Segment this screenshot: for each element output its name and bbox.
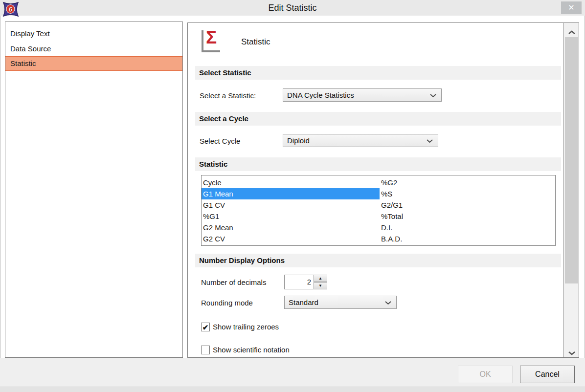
cancel-button[interactable]: Cancel xyxy=(520,366,575,383)
select-statistic-label: Select a Statistic: xyxy=(200,91,256,100)
statistic-option-pct-g1[interactable]: %G1 xyxy=(202,211,380,222)
statistic-row: G1 CV G2/G1 xyxy=(202,199,555,211)
rounding-mode-dropdown[interactable]: Standard xyxy=(284,296,397,309)
statistic-row: G2 Mean D.I. xyxy=(202,222,555,233)
chevron-down-icon xyxy=(384,301,392,305)
statistic-row: G2 CV B.A.D. xyxy=(202,233,555,244)
window-bottom-edge xyxy=(0,387,585,392)
statistic-option-g2-mean[interactable]: G2 Mean xyxy=(202,222,380,233)
sigma-icon: Σ xyxy=(202,30,220,52)
show-scientific-notation-label: Show scientific notation xyxy=(213,346,290,354)
section-heading-select-statistic: Select Statistic xyxy=(195,66,561,80)
checkbox-unchecked-icon xyxy=(201,346,210,354)
show-trailing-zeroes-label: Show trailing zeroes xyxy=(213,323,279,331)
panel-title: Statistic xyxy=(241,37,270,47)
edit-statistic-dialog: { "window": { "title": "Edit Statistic",… xyxy=(0,0,585,392)
section-heading-number-display-options: Number Display Options xyxy=(195,254,561,267)
statistic-option-di[interactable]: D.I. xyxy=(380,222,554,233)
statistic-option-pct-g2[interactable]: %G2 xyxy=(380,177,554,188)
statistic-option-g2-g1[interactable]: G2/G1 xyxy=(380,199,554,211)
ok-button[interactable]: OK xyxy=(458,366,513,383)
statistic-option-bad[interactable]: B.A.D. xyxy=(380,233,554,244)
scroll-down-button[interactable] xyxy=(564,343,579,357)
cycle-dropdown[interactable]: Diploid xyxy=(283,134,438,147)
section-heading-select-cycle: Select a Cycle xyxy=(195,112,561,126)
decimals-spin-buttons: ▲ ▼ xyxy=(314,275,327,289)
spin-up-button[interactable]: ▲ xyxy=(314,275,327,282)
vertical-scrollbar xyxy=(563,23,579,357)
number-of-decimals-label: Number of decimals xyxy=(201,278,266,286)
select-cycle-label: Select Cycle xyxy=(200,137,240,145)
triangle-down-icon: ▼ xyxy=(318,283,322,288)
chevron-down-icon xyxy=(568,351,576,355)
statistic-option-pct-s[interactable]: %S xyxy=(380,188,554,199)
statistic-option-pct-total[interactable]: %Total xyxy=(380,211,554,222)
chevron-down-icon xyxy=(429,93,437,98)
statistic-option-g2-cv[interactable]: G2 CV xyxy=(202,233,380,244)
statistic-list: Cycle %G2 G1 Mean %S G1 CV G2/G1 %G1 %To… xyxy=(201,175,556,246)
statistic-row: G1 Mean %S xyxy=(202,188,555,199)
rounding-mode-value: Standard xyxy=(289,298,318,306)
statistic-option-g1-mean[interactable]: G1 Mean xyxy=(202,188,380,199)
chevron-up-icon xyxy=(568,30,576,35)
rounding-mode-label: Rounding mode xyxy=(201,299,253,307)
dialog-title: Edit Statistic xyxy=(0,0,585,16)
scroll-up-button[interactable] xyxy=(564,23,579,37)
panel-content: Σ Statistic Select Statistic Select a St… xyxy=(188,23,563,357)
spin-down-button[interactable]: ▼ xyxy=(314,282,327,289)
settings-category-list: Display Text Data Source Statistic xyxy=(5,22,183,358)
statistic-settings-panel: Σ Statistic Select Statistic Select a St… xyxy=(187,22,579,358)
cycle-value: Diploid xyxy=(287,136,310,145)
show-trailing-zeroes-checkbox[interactable]: ✔Show trailing zeroes xyxy=(201,322,279,332)
chevron-down-icon xyxy=(426,139,433,143)
decimals-input[interactable]: 2 xyxy=(284,275,314,289)
title-bar: 6 Edit Statistic ✕ xyxy=(0,0,585,16)
sidebar-item-display-text[interactable]: Display Text xyxy=(5,26,182,41)
statistic-type-value: DNA Cycle Statistics xyxy=(287,91,354,99)
decimals-stepper: 2 ▲ ▼ xyxy=(284,275,327,289)
statistic-option-cycle[interactable]: Cycle xyxy=(202,177,380,188)
statistic-type-dropdown[interactable]: DNA Cycle Statistics xyxy=(283,88,442,102)
scrollbar-thumb[interactable] xyxy=(565,37,578,283)
show-scientific-notation-checkbox[interactable]: Show scientific notation xyxy=(201,345,290,355)
triangle-up-icon: ▲ xyxy=(318,276,322,281)
close-button[interactable]: ✕ xyxy=(561,1,582,14)
section-heading-statistic: Statistic xyxy=(195,157,561,171)
statistic-row: %G1 %Total xyxy=(202,211,555,222)
statistic-row: Cycle %G2 xyxy=(202,177,555,188)
sidebar-item-statistic[interactable]: Statistic xyxy=(5,56,182,71)
statistic-option-g1-cv[interactable]: G1 CV xyxy=(202,199,380,211)
sidebar-item-data-source[interactable]: Data Source xyxy=(5,41,182,56)
checkbox-checked-icon: ✔ xyxy=(201,323,210,331)
